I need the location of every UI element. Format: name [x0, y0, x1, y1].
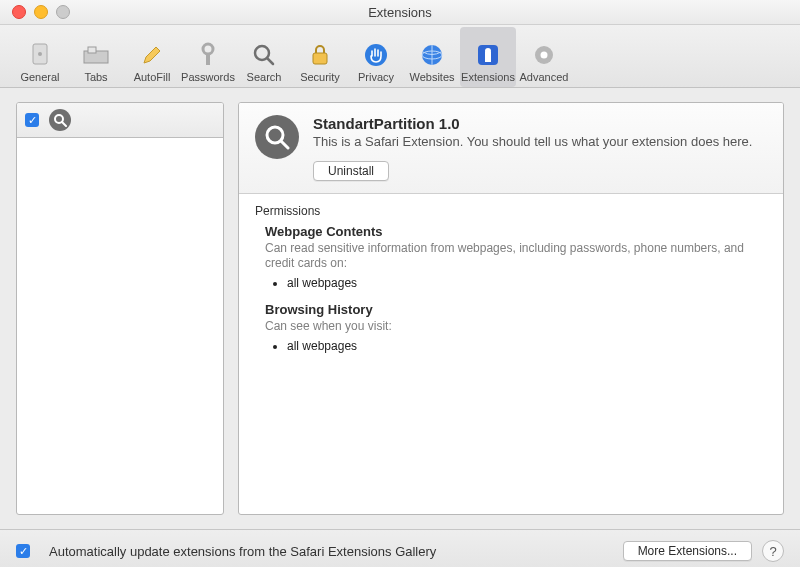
svg-rect-3: [88, 47, 96, 53]
auto-update-checkbox[interactable]: ✓: [16, 544, 30, 558]
preferences-toolbar: General Tabs AutoFill Passwords Search S…: [0, 25, 800, 88]
search-icon: [250, 40, 278, 70]
puzzle-icon: [474, 40, 502, 70]
general-icon: [26, 40, 54, 70]
close-icon[interactable]: [12, 5, 26, 19]
svg-point-4: [203, 44, 213, 54]
titlebar: Extensions: [0, 0, 800, 25]
help-button[interactable]: ?: [762, 540, 784, 562]
permission-item: all webpages: [287, 276, 763, 290]
footer: ✓ Automatically update extensions from t…: [0, 529, 800, 567]
svg-line-7: [267, 58, 273, 64]
auto-update-label: Automatically update extensions from the…: [49, 544, 436, 559]
hand-icon: [362, 40, 390, 70]
tab-advanced[interactable]: Advanced: [516, 27, 572, 87]
tab-general[interactable]: General: [12, 27, 68, 87]
tab-passwords[interactable]: Passwords: [180, 27, 236, 87]
extension-icon: [49, 109, 71, 131]
svg-rect-8: [313, 53, 327, 64]
detail-header: StandartPartition 1.0 This is a Safari E…: [239, 103, 783, 194]
tab-label: Search: [247, 71, 282, 83]
more-extensions-button[interactable]: More Extensions...: [623, 541, 752, 561]
tab-label: General: [20, 71, 59, 83]
extension-enabled-checkbox[interactable]: ✓: [25, 113, 39, 127]
extension-large-icon: [255, 115, 299, 159]
tab-label: Tabs: [84, 71, 107, 83]
permission-desc: Can see when you visit:: [265, 319, 763, 335]
extension-description: This is a Safari Extension. You should t…: [313, 134, 767, 151]
tab-extensions[interactable]: Extensions: [460, 27, 516, 87]
content-area: ✓ StandartPartition 1.0 This is a Safari…: [0, 88, 800, 529]
tab-label: Websites: [409, 71, 454, 83]
svg-line-18: [62, 122, 66, 126]
tabs-icon: [82, 40, 110, 70]
svg-point-16: [541, 52, 548, 59]
minimize-icon[interactable]: [34, 5, 48, 19]
tab-label: Extensions: [461, 71, 515, 83]
auto-update-row[interactable]: ✓ Automatically update extensions from t…: [16, 544, 623, 559]
extension-title: StandartPartition 1.0: [313, 115, 767, 132]
tab-autofill[interactable]: AutoFill: [124, 27, 180, 87]
tab-label: Privacy: [358, 71, 394, 83]
permission-section: Browsing History Can see when you visit:…: [265, 302, 763, 353]
gear-icon: [530, 40, 558, 70]
tab-label: Advanced: [520, 71, 569, 83]
sidebar: ✓: [16, 102, 224, 515]
tab-security[interactable]: Security: [292, 27, 348, 87]
key-icon: [194, 40, 222, 70]
tab-label: AutoFill: [134, 71, 171, 83]
svg-line-20: [281, 141, 288, 148]
permission-title: Browsing History: [265, 302, 763, 317]
tab-search[interactable]: Search: [236, 27, 292, 87]
permissions-heading: Permissions: [255, 204, 767, 218]
svg-point-1: [38, 52, 42, 56]
traffic-lights: [0, 5, 70, 19]
permission-section: Webpage Contents Can read sensitive info…: [265, 224, 763, 290]
permission-item: all webpages: [287, 339, 763, 353]
lock-icon: [306, 40, 334, 70]
svg-rect-14: [485, 52, 491, 62]
tab-tabs[interactable]: Tabs: [68, 27, 124, 87]
tab-label: Passwords: [181, 71, 235, 83]
zoom-icon[interactable]: [56, 5, 70, 19]
uninstall-button[interactable]: Uninstall: [313, 161, 389, 181]
svg-rect-5: [206, 53, 210, 65]
list-item[interactable]: ✓: [17, 103, 223, 138]
window-title: Extensions: [0, 5, 800, 20]
permission-title: Webpage Contents: [265, 224, 763, 239]
tab-websites[interactable]: Websites: [404, 27, 460, 87]
tab-label: Security: [300, 71, 340, 83]
detail-pane: StandartPartition 1.0 This is a Safari E…: [238, 102, 784, 515]
pencil-icon: [138, 40, 166, 70]
permission-desc: Can read sensitive information from webp…: [265, 241, 763, 272]
globe-icon: [418, 40, 446, 70]
tab-privacy[interactable]: Privacy: [348, 27, 404, 87]
